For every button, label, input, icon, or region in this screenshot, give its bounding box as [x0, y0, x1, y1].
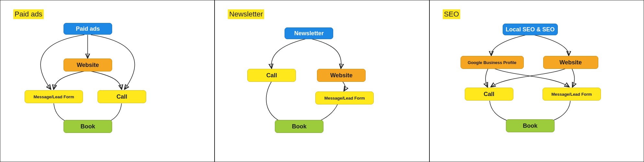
panel-newsletter: Newsletter Newsletter Call Website Messa…: [215, 0, 429, 162]
node-paid-root: Paid ads: [64, 23, 112, 35]
panel-seo: SEO Local SEO & SEO Google Business Prof…: [429, 0, 644, 162]
panel-paid-ads: Paid ads Paid ads Website Message/Lead F…: [0, 0, 215, 162]
node-seo-book: Book: [506, 119, 555, 132]
node-paid-message: Message/Lead Form: [25, 90, 83, 103]
diagram-container: Paid ads Paid ads Website Message/Lead F…: [0, 0, 644, 162]
node-seo-gbp: Google Business Profile: [461, 56, 524, 69]
panel-title: SEO: [443, 9, 460, 19]
node-paid-website: Website: [64, 59, 112, 71]
node-seo-call: Call: [465, 88, 513, 101]
node-news-call: Call: [247, 69, 296, 82]
node-seo-website: Website: [543, 56, 598, 69]
node-news-book: Book: [275, 120, 323, 133]
panel-title: Newsletter: [228, 9, 264, 19]
node-paid-book: Book: [64, 120, 112, 133]
node-news-message: Message/Lead Form: [315, 92, 374, 104]
node-news-root: Newsletter: [285, 27, 333, 39]
panel-title: Paid ads: [13, 9, 44, 19]
node-seo-root: Local SEO & SEO: [503, 24, 558, 35]
node-paid-call: Call: [98, 90, 146, 103]
node-seo-message: Message/Lead Form: [543, 88, 601, 101]
node-news-website: Website: [317, 69, 366, 82]
